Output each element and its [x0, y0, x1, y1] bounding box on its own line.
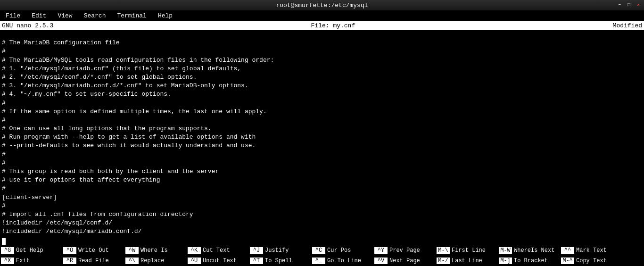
editor-line: !includedir /etc/mysql/mariadb.conf.d/	[2, 227, 642, 236]
shortcut-item[interactable]: ^WWhere Is	[125, 247, 187, 254]
shortcut-item[interactable]: M-\First Line	[437, 247, 498, 254]
shortcut-item[interactable]: ^XExit	[1, 258, 62, 264]
shortcut-item[interactable]: ^^Mark Text	[561, 247, 622, 254]
editor-line: # The MariaDB configuration file	[2, 39, 642, 47]
shortcut-item[interactable]: ^CCur Pos	[312, 247, 373, 254]
menu-view[interactable]: View	[54, 11, 76, 20]
menu-edit[interactable]: Edit	[28, 11, 50, 20]
editor-line: # --print-defaults to see which it would…	[2, 141, 642, 150]
shortcuts-row-2: ^XExit^RRead File^\Replace^UUncut Text^T…	[0, 256, 644, 266]
shortcut-item[interactable]: ^GGet Help	[1, 247, 62, 254]
shortcut-key: M-/	[437, 258, 450, 264]
editor-line: # Run program with --help to get a list …	[2, 133, 642, 141]
shortcut-label: Go To Line	[327, 258, 361, 264]
shortcut-key: ^K	[188, 247, 201, 254]
shortcut-item[interactable]: ^RRead File	[63, 258, 124, 264]
menu-terminal[interactable]: Terminal	[113, 11, 150, 20]
shortcut-label: Read File	[78, 258, 109, 264]
shortcut-item[interactable]: M-]To Bracket	[499, 258, 560, 264]
shortcut-key: M-\	[437, 247, 450, 254]
editor-line: # 3. "/etc/mysql/mariadb.conf.d/*.cnf" t…	[2, 82, 642, 90]
editor-line: #	[2, 202, 642, 210]
nano-modified: Modified	[613, 22, 642, 29]
editor-line: #	[2, 116, 642, 125]
shortcut-key: ^G	[1, 247, 14, 254]
editor-line: # One can use all long options that the …	[2, 125, 642, 133]
editor-line: # If the same option is defined multiple…	[2, 108, 642, 116]
shortcut-key: ^C	[312, 247, 325, 254]
editor-line: # Import all .cnf files from configurati…	[2, 210, 642, 219]
shortcut-key: ^R	[63, 258, 76, 264]
editor-line: #	[2, 159, 642, 167]
shortcut-key: ^X	[1, 258, 14, 264]
nano-version: GNU nano 2.5.3	[2, 22, 53, 29]
shortcut-key: ^W	[125, 247, 139, 254]
shortcut-label: Cur Pos	[327, 247, 351, 254]
shortcut-key: ^U	[188, 258, 201, 264]
minimize-button[interactable]: −	[616, 1, 623, 8]
shortcut-key: M-W	[499, 247, 512, 254]
shortcut-label: To Spell	[265, 258, 292, 264]
editor-line	[2, 236, 642, 245]
shortcut-label: Write Out	[78, 247, 109, 254]
editor-line: #	[2, 150, 642, 159]
editor-line: [client-server]	[2, 193, 642, 202]
shortcut-key: ^^	[561, 247, 574, 254]
shortcut-label: First Line	[452, 247, 486, 254]
nano-header: GNU nano 2.5.3 File: my.cnf Modified	[0, 21, 644, 30]
shortcut-item[interactable]: ^\Replace	[125, 258, 187, 264]
editor-area[interactable]: # The MariaDB configuration file## The M…	[0, 30, 644, 245]
editor-line: # This group is read both both by the cl…	[2, 167, 642, 176]
shortcut-key: ^J	[250, 247, 263, 254]
shortcut-key: ^O	[63, 247, 76, 254]
editor-line: # The MariaDB/MySQL tools read configura…	[2, 56, 642, 65]
shortcut-label: Last Line	[452, 258, 482, 264]
editor-line: # 1. "/etc/mysql/mariadb.cnf" (this file…	[2, 65, 642, 73]
editor-line: # 2. "/etc/mysql/conf.d/*.cnf" to set gl…	[2, 73, 642, 82]
shortcut-label: Where Is	[140, 247, 168, 254]
shortcuts-bar: ^GGet Help^OWrite Out^WWhere Is^KCut Tex…	[0, 245, 644, 266]
shortcut-item[interactable]: ^JJustify	[250, 247, 311, 254]
shortcuts-row-1: ^GGet Help^OWrite Out^WWhere Is^KCut Tex…	[0, 245, 644, 256]
title-bar: root@smurfette:/etc/mysql − □ ✕	[0, 0, 644, 10]
menu-file[interactable]: File	[2, 11, 24, 20]
shortcut-label: Uncut Text	[203, 258, 237, 264]
editor-line: # 4. "~/.my.cnf" to set user-specific op…	[2, 90, 642, 99]
shortcut-key: M-]	[499, 258, 512, 264]
shortcut-item[interactable]: ^TTo Spell	[250, 258, 311, 264]
shortcut-item[interactable]: M-^Copy Text	[561, 258, 622, 264]
shortcut-item[interactable]: ^YPrev Page	[374, 247, 436, 254]
shortcut-item[interactable]: M-/Last Line	[437, 258, 498, 264]
shortcut-label: WhereIs Next	[514, 247, 554, 254]
shortcut-key: ^\	[125, 258, 139, 264]
shortcut-item[interactable]: M-WWhereIs Next	[499, 247, 560, 254]
shortcut-key: ^_	[312, 258, 325, 264]
shortcut-label: To Bracket	[514, 258, 548, 264]
shortcut-item[interactable]: ^UUncut Text	[188, 258, 249, 264]
menu-bar: File Edit View Search Terminal Help	[0, 10, 644, 21]
shortcut-key: M-^	[561, 258, 574, 264]
shortcut-label: Exit	[16, 258, 30, 264]
editor-line: # use it for options that affect everyth…	[2, 176, 642, 184]
editor-line: #	[2, 99, 642, 108]
shortcut-label: Replace	[140, 258, 164, 264]
nano-file: File: my.cnf	[53, 22, 612, 29]
menu-search[interactable]: Search	[80, 11, 110, 20]
title-bar-title: root@smurfette:/etc/mysql	[0, 2, 644, 9]
shortcut-label: Mark Text	[576, 247, 607, 254]
menu-help[interactable]: Help	[154, 11, 176, 20]
shortcut-label: Copy Text	[576, 258, 607, 264]
shortcut-key: ^T	[250, 258, 263, 264]
shortcut-item[interactable]: ^_Go To Line	[312, 258, 373, 264]
close-button[interactable]: ✕	[635, 1, 642, 8]
shortcut-label: Prev Page	[389, 247, 420, 254]
shortcut-item[interactable]: ^VNext Page	[374, 258, 436, 264]
shortcut-key: ^V	[374, 258, 388, 264]
editor-line: !includedir /etc/mysql/conf.d/	[2, 219, 642, 227]
shortcut-label: Get Help	[16, 247, 43, 254]
maximize-button[interactable]: □	[625, 1, 633, 8]
shortcut-key: ^Y	[374, 247, 388, 254]
shortcut-item[interactable]: ^KCut Text	[188, 247, 249, 254]
shortcut-item[interactable]: ^OWrite Out	[63, 247, 124, 254]
window-controls[interactable]: − □ ✕	[616, 1, 642, 8]
